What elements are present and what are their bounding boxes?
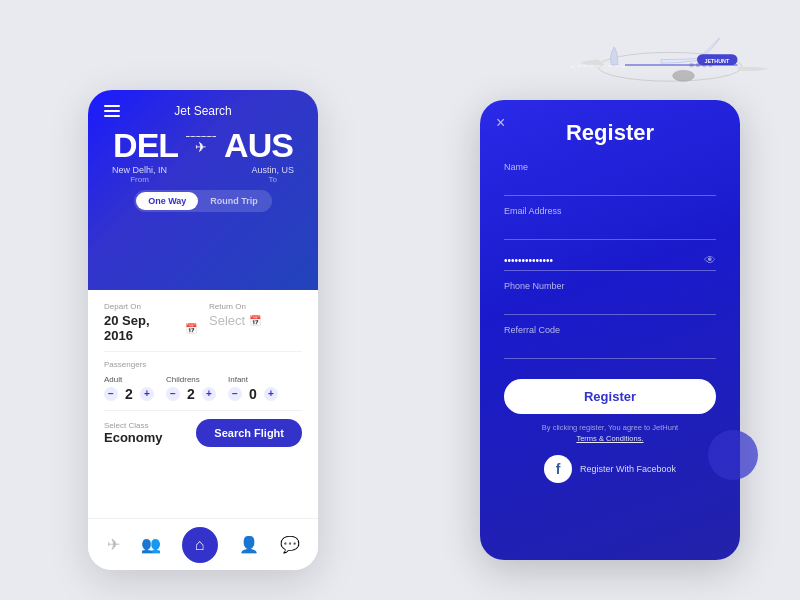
- facebook-login[interactable]: f Register With Facebook: [504, 455, 716, 483]
- nav-user[interactable]: 👤: [239, 535, 259, 554]
- flight-header: Jet Search DEL ✈ AUS New Delhi, IN From …: [88, 90, 318, 290]
- terms-text: By clicking register, You agree to JetHu…: [504, 422, 716, 445]
- svg-text:JETHUNT: JETHUNT: [704, 58, 730, 64]
- from-label: From: [112, 175, 167, 184]
- left-phone-panel: Jet Search DEL ✈ AUS New Delhi, IN From …: [88, 90, 318, 570]
- divider: [104, 351, 302, 352]
- depart-label: Depart On: [104, 302, 197, 311]
- nav-people[interactable]: 👥: [141, 535, 161, 554]
- email-label: Email Address: [504, 206, 716, 216]
- infant-controls: − 0 +: [228, 386, 278, 402]
- from-city-name: New Delhi, IN: [112, 165, 167, 175]
- bottom-nav: ✈ 👥 ⌂ 👤 💬: [88, 518, 318, 570]
- referral-input[interactable]: [504, 339, 716, 359]
- password-field: 👁: [504, 250, 716, 271]
- from-code: DEL: [113, 126, 178, 165]
- svg-point-1: [673, 70, 695, 81]
- nav-home[interactable]: ⌂: [182, 527, 218, 563]
- infant-plus[interactable]: +: [264, 387, 278, 401]
- from-city-info: New Delhi, IN From: [112, 165, 167, 184]
- adult-minus[interactable]: −: [104, 387, 118, 401]
- facebook-text: Register With Facebook: [580, 464, 676, 474]
- children-minus[interactable]: −: [166, 387, 180, 401]
- search-body: Depart On 20 Sep, 2016 📅 Return On Selec…: [88, 290, 318, 459]
- search-flight-button[interactable]: Search Flight: [196, 419, 302, 447]
- infant-label: Infant: [228, 375, 248, 384]
- trip-type-selector: One Way Round Trip: [134, 190, 272, 212]
- adult-controls: − 2 +: [104, 386, 154, 402]
- infant-group: Infant − 0 +: [228, 375, 278, 402]
- return-date: Select: [209, 313, 245, 328]
- to-city-info: Austin, US To: [251, 165, 294, 184]
- name-input[interactable]: [504, 176, 716, 196]
- plane-icon: ✈: [195, 139, 207, 155]
- nav-flights[interactable]: ✈: [107, 535, 120, 554]
- depart-date: 20 Sep, 2016: [104, 313, 181, 343]
- return-value: Select 📅: [209, 313, 302, 328]
- passengers-label: Passengers: [104, 360, 302, 369]
- class-row: Select Class Economy Search Flight: [104, 419, 302, 447]
- children-plus[interactable]: +: [202, 387, 216, 401]
- depart-calendar-icon[interactable]: 📅: [185, 323, 197, 334]
- children-label: Childrens: [166, 375, 200, 384]
- infant-minus[interactable]: −: [228, 387, 242, 401]
- to-label: To: [251, 175, 294, 184]
- nav-chat[interactable]: 💬: [280, 535, 300, 554]
- depart-field: Depart On 20 Sep, 2016 📅: [104, 302, 197, 343]
- email-field: Email Address: [504, 206, 716, 240]
- password-input[interactable]: [504, 251, 716, 271]
- to-city-name: Austin, US: [251, 165, 294, 175]
- route-divider: ✈: [186, 136, 216, 155]
- adult-plus[interactable]: +: [140, 387, 154, 401]
- terms-prefix: By clicking register, You agree to JetHu…: [542, 423, 678, 432]
- adult-count: 2: [122, 386, 136, 402]
- referral-label: Referral Code: [504, 325, 716, 335]
- class-value: Economy: [104, 430, 163, 445]
- children-count: 2: [184, 386, 198, 402]
- app-title: Jet Search: [174, 104, 231, 118]
- return-label: Return On: [209, 302, 302, 311]
- routes-display: DEL ✈ AUS: [104, 126, 302, 165]
- terms-link[interactable]: Terms & Conditions.: [576, 434, 643, 443]
- date-row: Depart On 20 Sep, 2016 📅 Return On Selec…: [104, 302, 302, 343]
- phone-field: Phone Number: [504, 281, 716, 315]
- referral-field: Referral Code: [504, 325, 716, 359]
- phone-input[interactable]: [504, 295, 716, 315]
- close-button[interactable]: ×: [496, 114, 505, 132]
- children-controls: − 2 +: [166, 386, 216, 402]
- one-way-button[interactable]: One Way: [136, 192, 198, 210]
- depart-value: 20 Sep, 2016 📅: [104, 313, 197, 343]
- children-group: Childrens − 2 +: [166, 375, 216, 402]
- passengers-row: Adult − 2 + Childrens − 2 + Infant −: [104, 375, 302, 402]
- adult-group: Adult − 2 +: [104, 375, 154, 402]
- name-field: Name: [504, 162, 716, 196]
- divider2: [104, 410, 302, 411]
- menu-button[interactable]: [104, 105, 120, 117]
- name-label: Name: [504, 162, 716, 172]
- header-top: Jet Search: [104, 104, 302, 118]
- phone-label: Phone Number: [504, 281, 716, 291]
- register-button[interactable]: Register: [504, 379, 716, 414]
- adult-label: Adult: [104, 375, 122, 384]
- register-panel: × Register Name Email Address 👁 Phone Nu…: [480, 100, 740, 560]
- infant-count: 0: [246, 386, 260, 402]
- class-info: Select Class Economy: [104, 421, 163, 445]
- return-calendar-icon[interactable]: 📅: [249, 315, 261, 326]
- return-field: Return On Select 📅: [209, 302, 302, 343]
- round-trip-button[interactable]: Round Trip: [198, 192, 270, 210]
- email-input[interactable]: [504, 220, 716, 240]
- register-title: Register: [504, 120, 716, 146]
- class-label: Select Class: [104, 421, 163, 430]
- to-code: AUS: [224, 126, 293, 165]
- blue-circle-decoration: [708, 430, 758, 480]
- route-cities: New Delhi, IN From Austin, US To: [104, 165, 302, 184]
- facebook-icon: f: [544, 455, 572, 483]
- eye-icon[interactable]: 👁: [704, 253, 716, 267]
